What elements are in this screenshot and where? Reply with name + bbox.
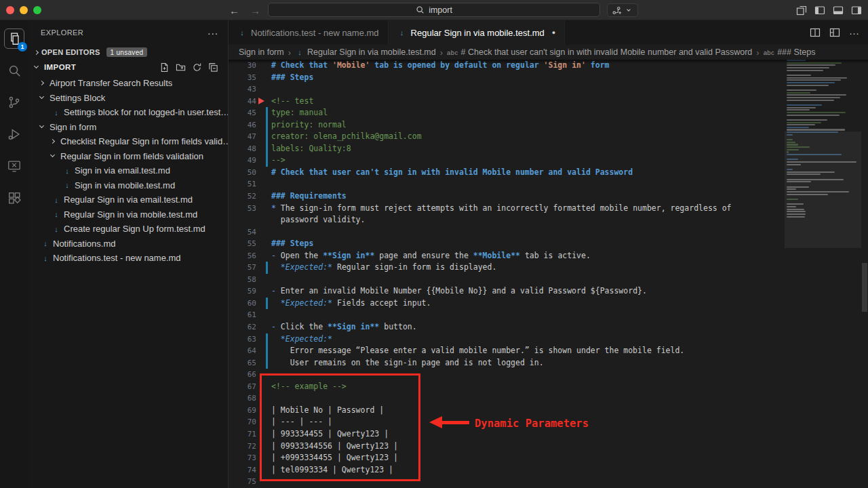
editor-line-60[interactable]: 60 *Expected:* Fields accept input.: [229, 298, 785, 310]
editor-line-55[interactable]: 55### Steps: [229, 238, 785, 250]
code-segment: [271, 298, 281, 308]
new-folder-icon[interactable]: [176, 62, 186, 73]
editor-line-43[interactable]: 43: [229, 83, 785, 96]
editor-line-53[interactable]: 53* The sign-in form must reject attempt…: [229, 203, 785, 215]
editor-line-35[interactable]: 35### Steps: [229, 72, 785, 84]
forward-arrow-icon[interactable]: →: [250, 5, 260, 16]
code-text: <!-- test: [268, 96, 785, 108]
editor-line-54[interactable]: 54: [229, 226, 785, 239]
close-button[interactable]: [6, 6, 14, 14]
breadcrumb-item[interactable]: abc# Check that user can't sign in with …: [447, 47, 752, 57]
tree-item-sign-in-via-mobile-test-md[interactable]: ↓Sign in via mobile.test.md: [28, 178, 228, 193]
tree-item-notifications-md[interactable]: ↓Notifications.md: [28, 237, 228, 251]
tree-item-regular-sign-in-via-mobile-test-md[interactable]: ↓Regular Sign in via mobile.test.md: [28, 207, 228, 222]
minimap-slider[interactable]: [785, 131, 861, 248]
minimap-line: [787, 100, 834, 101]
editor-line-65[interactable]: 65 User remains on the sign-in page and …: [229, 357, 785, 369]
minimize-button[interactable]: [20, 6, 28, 14]
customize-layout-icon[interactable]: [829, 27, 840, 38]
editor-line-75[interactable]: 75: [229, 476, 785, 488]
editor-line-51[interactable]: 51: [229, 178, 785, 190]
new-file-icon[interactable]: [159, 62, 170, 73]
editor-line-72[interactable]: 72| 09933344556 | Qwerty123 |: [229, 441, 785, 453]
explorer-icon[interactable]: 1: [4, 28, 24, 49]
search-icon[interactable]: [4, 60, 24, 81]
tab-regular-sign-in-via-mobile-test-md[interactable]: ↓Regular Sign in via mobile.test.md●: [389, 20, 566, 45]
tree-item-regular-sign-in-form-fields-validation[interactable]: Regular Sign in form fields validation: [28, 149, 228, 164]
breadcrumb-separator: ›: [756, 47, 759, 58]
editor-line-66[interactable]: 66: [229, 369, 785, 381]
editor-line-58[interactable]: 58: [229, 274, 785, 286]
editor-line-70[interactable]: 70| --- | --- |: [229, 416, 785, 428]
editor-line-45[interactable]: 45type: manual: [229, 107, 785, 119]
toggle-sidebar-right-icon[interactable]: [851, 5, 862, 16]
editor-line-44[interactable]: 44<!-- test: [229, 96, 785, 108]
tree-item-regular-sign-in-via-email-test-md[interactable]: ↓Regular Sign in via email.test.md: [28, 192, 228, 207]
open-editors-section[interactable]: OPEN EDITORS 1 unsaved: [28, 45, 228, 60]
editor-line-48[interactable]: 48labels: Quality:8: [229, 143, 785, 155]
code-text: [268, 392, 785, 405]
line-number: 30: [229, 60, 256, 72]
refresh-icon[interactable]: [192, 62, 202, 73]
more-actions-icon[interactable]: ···: [849, 28, 859, 38]
tree-item-sign-in-form[interactable]: Sign in form: [28, 120, 228, 135]
editor-line-62[interactable]: 62- Click the **Sign in** button.: [229, 321, 785, 333]
editor-line-74[interactable]: 74| tel0993334 | Qwerty123 |: [229, 464, 785, 476]
minimap[interactable]: [785, 60, 861, 488]
tree-item-settings-block-for-not-logged-in-user-test[interactable]: ↓Settings block for not logged-in user.t…: [28, 105, 228, 120]
code-segment: form: [586, 60, 610, 70]
tree-item-sign-in-via-email-test-md[interactable]: ↓Sign in via email.test.md: [28, 163, 228, 178]
breadcrumb-item[interactable]: ↓Regular Sign in via mobile.test.md: [295, 47, 436, 57]
collapse-all-icon[interactable]: [208, 62, 218, 73]
breadcrumb-item[interactable]: Sign in form: [239, 47, 284, 57]
toggle-sidebar-left-icon[interactable]: [814, 5, 825, 16]
tree-item-label: Airport Transfer Search Results: [50, 78, 172, 88]
editor-line-49[interactable]: 49-->: [229, 155, 785, 167]
tab-notifications-test-new-name-md[interactable]: ↓Notifications.test - new name.md: [229, 20, 389, 45]
editor-line-59[interactable]: 59- Enter an invalid Mobile Number {{Mob…: [229, 285, 785, 298]
source-control-action-button[interactable]: [607, 3, 638, 17]
editor-line-67[interactable]: 67<!-- example -->: [229, 381, 785, 393]
extensions-icon[interactable]: [4, 188, 24, 208]
more-actions-icon[interactable]: ···: [208, 28, 218, 38]
multiple-windows-icon[interactable]: [796, 5, 807, 16]
editor-line-52[interactable]: 52### Requirements: [229, 190, 785, 203]
code-text: ### Steps: [268, 238, 785, 250]
tree-item-airport-transfer-search-results[interactable]: Airport Transfer Search Results: [28, 76, 228, 91]
scrollbar[interactable]: [861, 60, 868, 488]
editor-line-wrap[interactable]: password validity.: [229, 214, 785, 226]
editor-line-61[interactable]: 61: [229, 309, 785, 321]
editor-line-57[interactable]: 57 *Expected:* Regular sign-in form is d…: [229, 262, 785, 274]
editor[interactable]: 30# Check that 'Mobile' tab is opened by…: [229, 60, 868, 488]
workspace-section-header[interactable]: IMPORT: [28, 60, 228, 75]
editor-line-71[interactable]: 71| 993334455 | Qwerty123 |: [229, 428, 785, 441]
source-control-icon[interactable]: [4, 92, 24, 113]
split-editor-icon[interactable]: [810, 27, 821, 38]
run-debug-icon[interactable]: [4, 124, 24, 144]
tree-item-checklist-regular-sign-in-form-fields-vali[interactable]: Checklist Regular Sign in form fields va…: [28, 134, 228, 149]
deleted-lines-marker-icon: [258, 98, 264, 104]
editor-line-50[interactable]: 50# Check that user can't sign in with i…: [229, 167, 785, 179]
tree-item-settings-block[interactable]: Settings Block: [28, 91, 228, 106]
editor-line-68[interactable]: 68: [229, 392, 785, 405]
tree-item-notifications-test-new-name-md[interactable]: ↓Notifications.test - new name.md: [28, 251, 228, 266]
minimap-line: [787, 119, 827, 121]
editor-line-47[interactable]: 47creator: olena_pchilka@gmail.com: [229, 131, 785, 143]
back-arrow-icon[interactable]: ←: [229, 5, 239, 16]
editor-line-73[interactable]: 73| +0993334455 | Qwerty123 |: [229, 452, 785, 464]
code-segment: | --- | --- |: [271, 417, 332, 426]
editor-line-46[interactable]: 46priority: normal: [229, 119, 785, 131]
breadcrumb-item[interactable]: abc### Steps: [764, 47, 816, 57]
remote-monitor-icon[interactable]: [4, 156, 24, 176]
editor-line-56[interactable]: 56- Open the **Sign in** page and ensure…: [229, 250, 785, 262]
editor-line-64[interactable]: 64 Error message “Please enter a valid m…: [229, 345, 785, 357]
tree-item-label: Create regular Sign Up form.test.md: [64, 224, 205, 234]
editor-line-63[interactable]: 63 *Expected:*: [229, 333, 785, 346]
editor-line-69[interactable]: 69| Mobile No | Password |: [229, 405, 785, 417]
command-center-search[interactable]: import: [268, 3, 600, 17]
toggle-panel-icon[interactable]: [833, 5, 844, 16]
scrollbar-slider[interactable]: [862, 263, 867, 312]
editor-line-30[interactable]: 30# Check that 'Mobile' tab is opened by…: [229, 60, 785, 72]
tree-item-create-regular-sign-up-form-test-md[interactable]: ↓Create regular Sign Up form.test.md: [28, 222, 228, 237]
zoom-button[interactable]: [33, 6, 41, 14]
